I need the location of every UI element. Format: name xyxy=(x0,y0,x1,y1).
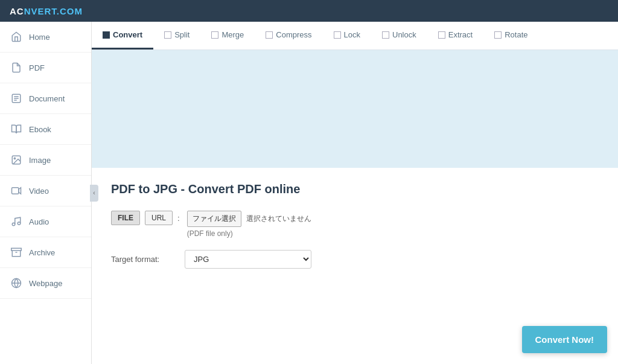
file-hint: (PDF file only) xyxy=(187,229,311,238)
tab-bar: Convert Split Merge Compress Lock Unlock xyxy=(92,22,618,50)
audio-icon xyxy=(10,215,23,228)
url-button[interactable]: URL xyxy=(145,211,173,225)
sidebar-item-audio[interactable]: Audio xyxy=(0,206,91,237)
tab-compress-label: Compress xyxy=(276,30,311,39)
tab-merge-label: Merge xyxy=(221,30,244,39)
brand-nvert: NVERT.COM xyxy=(24,6,83,16)
svg-rect-10 xyxy=(11,248,22,251)
webpage-icon xyxy=(10,276,23,290)
sidebar-item-pdf[interactable]: PDF xyxy=(0,53,91,83)
file-button[interactable]: FILE xyxy=(111,211,140,225)
main-content: PDF to JPG - Convert PDF online FILE URL… xyxy=(92,168,618,295)
sidebar-label-home: Home xyxy=(29,33,50,42)
main-layout: Home PDF Document Ebook Image xyxy=(0,22,618,364)
brand-ac: AC xyxy=(10,6,24,16)
tab-rotate-label: Rotate xyxy=(505,30,527,39)
tab-split[interactable]: Split xyxy=(153,22,200,49)
page-title: PDF to JPG - Convert PDF online xyxy=(111,182,599,196)
tab-lock-label: Lock xyxy=(344,30,360,39)
tab-compress-checkbox xyxy=(266,31,273,39)
tab-split-checkbox xyxy=(164,31,171,39)
home-icon xyxy=(10,30,23,43)
sidebar-item-webpage[interactable]: Webpage xyxy=(0,268,91,299)
sidebar-item-image[interactable]: Image xyxy=(0,145,91,176)
file-picker-group: ファイル選択 選択されていません (PDF file only) xyxy=(187,211,311,238)
tab-convert-label: Convert xyxy=(113,30,142,39)
ad-banner xyxy=(92,50,618,168)
sidebar-item-ebook[interactable]: Ebook xyxy=(0,114,91,145)
document-icon xyxy=(10,92,23,105)
file-choose-button[interactable]: ファイル選択 xyxy=(187,211,241,227)
tab-extract[interactable]: Extract xyxy=(427,22,483,49)
tab-unlock-checkbox xyxy=(382,31,389,39)
format-select[interactable]: JPG PNG BMP TIFF GIF xyxy=(185,250,311,269)
archive-icon xyxy=(10,246,23,259)
tab-lock[interactable]: Lock xyxy=(323,22,371,49)
tab-convert[interactable]: Convert xyxy=(92,22,153,49)
tab-split-label: Split xyxy=(174,30,190,39)
video-icon xyxy=(10,184,23,197)
file-url-toggle: FILE URL : xyxy=(111,211,180,225)
svg-point-9 xyxy=(18,222,21,225)
tab-lock-checkbox xyxy=(334,31,341,39)
navbar: ACNVERT.COM xyxy=(0,0,618,22)
sidebar-item-archive[interactable]: Archive xyxy=(0,237,91,268)
tab-convert-checkbox xyxy=(103,31,110,39)
colon-separator: : xyxy=(177,214,180,223)
svg-rect-6 xyxy=(12,188,19,194)
convert-now-button[interactable]: Convert Now! xyxy=(522,326,608,353)
ebook-icon xyxy=(10,123,23,136)
pdf-icon xyxy=(10,61,23,74)
tab-extract-label: Extract xyxy=(448,30,473,39)
image-icon xyxy=(10,153,23,167)
file-input-wrapper: ファイル選択 選択されていません xyxy=(187,211,311,227)
sidebar-label-video: Video xyxy=(29,187,49,196)
file-no-chosen-label: 選択されていません xyxy=(246,214,311,224)
tab-unlock[interactable]: Unlock xyxy=(371,22,427,49)
tab-rotate[interactable]: Rotate xyxy=(483,22,538,49)
file-input-row: FILE URL : ファイル選択 選択されていません (PDF file on… xyxy=(111,211,599,238)
svg-point-8 xyxy=(12,223,15,226)
sidebar-label-webpage: Webpage xyxy=(29,279,62,288)
tab-extract-checkbox xyxy=(438,31,445,39)
svg-point-5 xyxy=(14,158,15,159)
sidebar-item-document[interactable]: Document xyxy=(0,83,91,114)
tab-compress[interactable]: Compress xyxy=(255,22,322,49)
sidebar-label-archive: Archive xyxy=(29,248,55,257)
sidebar-label-ebook: Ebook xyxy=(29,125,51,134)
sidebar-label-image: Image xyxy=(29,156,51,165)
sidebar-label-document: Document xyxy=(29,94,65,103)
tab-rotate-checkbox xyxy=(494,31,502,39)
content-area: Convert Split Merge Compress Lock Unlock xyxy=(92,22,618,364)
target-format-row: Target format: JPG PNG BMP TIFF GIF xyxy=(111,250,599,269)
tab-merge-checkbox xyxy=(211,31,218,39)
sidebar-item-video[interactable]: Video xyxy=(0,176,91,206)
target-format-label: Target format: xyxy=(111,250,177,264)
tab-unlock-label: Unlock xyxy=(392,30,416,39)
tab-merge[interactable]: Merge xyxy=(200,22,255,49)
sidebar-item-home[interactable]: Home xyxy=(0,22,91,53)
sidebar-label-audio: Audio xyxy=(29,217,49,226)
sidebar-collapse-button[interactable]: ‹ xyxy=(90,185,98,202)
brand-logo[interactable]: ACNVERT.COM xyxy=(10,6,83,16)
sidebar-label-pdf: PDF xyxy=(29,63,45,72)
sidebar: Home PDF Document Ebook Image xyxy=(0,22,92,364)
